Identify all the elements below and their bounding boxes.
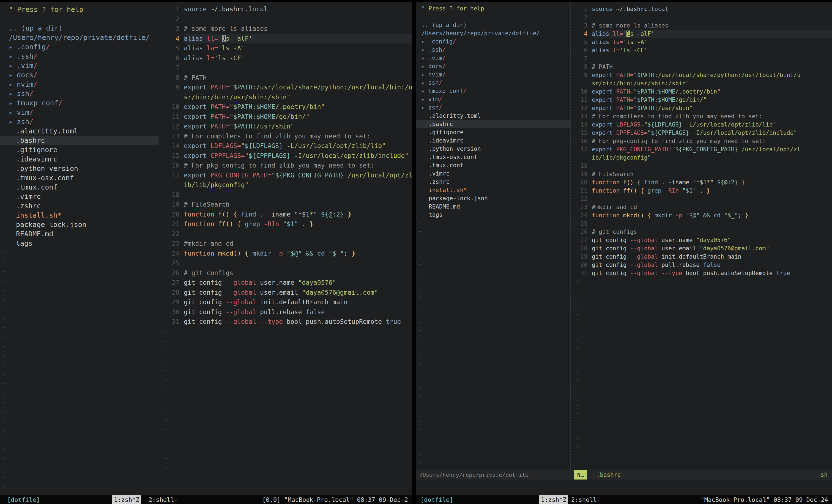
tree-item-.config[interactable]: ▸.config/ [0,43,158,52]
tree-item-.alacritty.toml[interactable]: .alacritty.toml [416,112,570,120]
tree-item-.tmux.conf[interactable]: .tmux.conf [416,161,570,169]
tree-item-.ssh[interactable]: ▸.ssh/ [0,52,158,61]
code-line-27[interactable]: 27git config --global user.name "daya057… [574,236,832,244]
code-line-4[interactable]: 4alias ll='ls -alF' [162,34,412,44]
code-line-11[interactable]: 11export PATH="$PATH:$HOME/go/bin/" [162,112,412,122]
code-line-9[interactable]: 9export PATH="$PATH:/usr/local/share/pyt… [162,82,412,92]
editor-pane-left[interactable]: 1source ~/.bashrc.local23# some more ls … [162,4,412,493]
tmux-window-2[interactable]: 2:shell- [571,495,600,504]
tree-item-nvim[interactable]: ▸nvim/ [0,80,158,89]
code-line-23[interactable]: 23#mkdir and cd [162,239,412,249]
code-line-6[interactable]: 6alias l='ls -CF' [162,53,412,63]
tree-item-.bashrc[interactable]: .bashrc [0,136,158,145]
code-line-31[interactable]: 31git config --global --type bool push.a… [162,317,412,327]
code-line-20[interactable]: 20function f() { find . -iname "*$1*" ${… [574,178,832,187]
code-line-wrap[interactable]: ib/lib/pkgconfig" [574,154,832,162]
tree-item-vim[interactable]: ▸vim/ [416,95,570,103]
code-line-5[interactable]: 5alias la='ls -A' [574,38,832,46]
tree-item-.zshrc[interactable]: .zshrc [0,202,158,211]
tmux-window-1-active[interactable]: 1:zsh*Z [539,495,568,504]
code-line-22[interactable]: 22 [574,195,832,203]
editor-pane-right[interactable]: 1source ~/.bashrc.local23# some more ls … [574,5,832,467]
code-line-18[interactable]: 18 [162,190,412,200]
code-line-10[interactable]: 10export PATH="$PATH:$HOME/.poetry/bin" [574,87,832,96]
code-line-24[interactable]: 24function mkcd() { mkdir -p "$@" && cd … [574,211,832,219]
code-line-23[interactable]: 23#mkdir and cd [574,203,832,211]
code-line-15[interactable]: 15export CPPFLAGS="${CPPFLAGS} -I/usr/lo… [162,151,412,161]
tree-item-.ssh[interactable]: ▸.ssh/ [416,46,570,54]
code-line-10[interactable]: 10export PATH="$PATH:$HOME/.poetry/bin" [162,102,412,112]
code-line-25[interactable]: 25 [162,258,412,268]
code-line-8[interactable]: 8# PATH [162,73,412,83]
code-line-30[interactable]: 30git config --global pull.rebase false [162,307,412,317]
tree-item-.zshrc[interactable]: .zshrc [416,178,570,186]
code-line-7[interactable]: 7 [574,54,832,63]
code-line-16[interactable]: 16# For pkg-config to find zlib you may … [574,137,832,145]
code-line-28[interactable]: 28git config --global user.email "daya05… [162,288,412,298]
tmux-window-1-active[interactable]: 1:zsh*Z [112,495,141,504]
tree-item-.bashrc[interactable]: .bashrc [416,120,570,128]
code-line-21[interactable]: 21function ff() { grep -RIn "$1" . } [574,187,832,195]
code-line-3[interactable]: 3# some more ls aliases [574,22,832,30]
code-line-8[interactable]: 8# PATH [574,63,832,71]
tree-item-install.sh[interactable]: install.sh* [0,211,158,220]
code-line-12[interactable]: 12export PATH="$PATH:/usr/sbin" [574,104,832,112]
tree-item-nvim[interactable]: ▸nvim/ [416,71,570,79]
tree-item-.tmux-osx.conf[interactable]: .tmux-osx.conf [0,173,158,183]
tree-item-docs[interactable]: ▸docs/ [0,71,158,80]
code-line-21[interactable]: 21function ff() { grep -RIn "$1" . } [162,219,412,229]
tree-item-package-lock.json[interactable]: package-lock.json [0,220,158,230]
code-line-wrap[interactable]: ib/lib/pkgconfig" [162,180,412,190]
code-line-28[interactable]: 28git config --global user.email "daya05… [574,244,832,253]
tree-item-.tmux-osx.conf[interactable]: .tmux-osx.conf [416,153,570,161]
tree-item-tags[interactable]: tags [416,211,570,219]
code-line-3[interactable]: 3# some more ls aliases [162,24,412,34]
tree-item-.vimrc[interactable]: .vimrc [0,192,158,202]
tree-item-.vimrc[interactable]: .vimrc [416,169,570,178]
tree-item-tmuxp_conf[interactable]: ▸tmuxp_conf/ [416,87,570,95]
code-line-17[interactable]: 17export PKG_CONFIG_PATH="${PKG_CONFIG_P… [162,170,412,181]
tree-item-docs[interactable]: ▸docs/ [416,62,570,71]
code-line-13[interactable]: 13# For compilers to find zlib you may n… [574,112,832,121]
code-line-19[interactable]: 19# FileSearch [162,200,412,210]
tree-item-.python-version[interactable]: .python-version [416,145,570,153]
code-line-18[interactable]: 18 [574,162,832,170]
tree-item-.alacritty.toml[interactable]: .alacritty.toml [0,127,158,136]
code-line-2[interactable]: 2 [574,13,832,22]
tree-item-.tmux.conf[interactable]: .tmux.conf [0,183,158,192]
tree-item-tmuxp_conf[interactable]: ▸tmuxp_conf/ [0,99,158,108]
code-line-14[interactable]: 14export LDFLAGS="${LDFLAGS} -L/usr/loca… [574,121,832,129]
code-line-24[interactable]: 24function mkcd() { mkdir -p "$@" && cd … [162,249,412,259]
code-line-1[interactable]: 1source ~/.bashrc.local [162,4,412,14]
tree-item-ssh[interactable]: ▸ssh/ [416,79,570,87]
code-line-5[interactable]: 5alias la='ls -A' [162,44,412,53]
code-line-26[interactable]: 26# git configs [574,228,832,236]
tree-item-vim[interactable]: ▸vim/ [0,108,158,117]
code-line-17[interactable]: 17export PKG_CONFIG_PATH="${PKG_CONFIG_P… [574,145,832,154]
nerdtree-pane-right[interactable]: " Press ? for help.. (up a dir)/Users/he… [416,4,570,467]
tree-item-.ideavimrc[interactable]: .ideavimrc [0,155,158,164]
tree-item-up-dir[interactable]: .. (up a dir) [0,24,158,33]
code-line-9[interactable]: 9export PATH="$PATH:/usr/local/share/pyt… [574,71,832,79]
tree-item-.gitignore[interactable]: .gitignore [0,145,158,155]
nerdtree-pane-left[interactable]: " Press ? for help.. (up a dir)/Users/he… [0,5,158,492]
code-line-31[interactable]: 31git config --global --type bool push.a… [574,269,832,277]
code-line-14[interactable]: 14export LDFLAGS="${LDFLAGS} -L/usr/loca… [162,141,412,151]
code-line-16[interactable]: 16# For pkg-config to find zlib you may … [162,161,412,170]
code-line-13[interactable]: 13# For compilers to find zlib you may n… [162,132,412,141]
tmux-window-2[interactable]: 2:shell- [149,495,178,504]
code-line-2[interactable]: 2 [162,14,412,24]
code-line-15[interactable]: 15export CPPFLAGS="${CPPFLAGS} -I/usr/lo… [574,129,832,137]
code-line-20[interactable]: 20function f() { find . -iname "*$1*" ${… [162,210,412,219]
code-line-wrap[interactable]: sr/bin:/bin:/usr/sbin:/sbin" [162,92,412,102]
code-line-27[interactable]: 27git config --global user.name "daya057… [162,278,412,288]
tree-item-README.md[interactable]: README.md [416,203,570,211]
tree-item-install.sh[interactable]: install.sh* [416,186,570,194]
code-line-29[interactable]: 29git config --global init.defaultBranch… [162,297,412,307]
code-line-30[interactable]: 30git config --global pull.rebase false [574,261,832,269]
code-line-11[interactable]: 11export PATH="$PATH:$HOME/go/bin/" [574,96,832,104]
tree-item-package-lock.json[interactable]: package-lock.json [416,194,570,203]
tree-item-.vim[interactable]: ▸.vim/ [416,54,570,62]
code-line-22[interactable]: 22 [162,229,412,239]
code-line-4[interactable]: 4alias ll='ls -alF' [574,30,832,38]
